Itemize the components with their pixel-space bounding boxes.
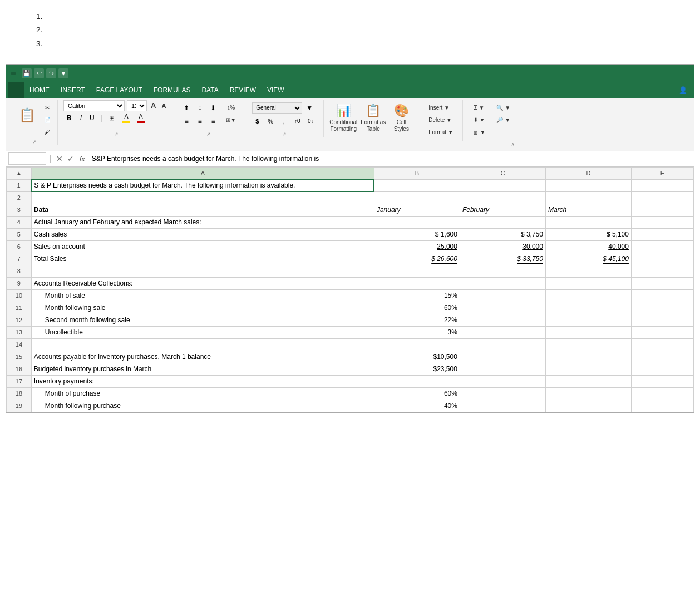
cell[interactable]: 15% <box>374 289 460 302</box>
undo-icon[interactable]: ↩ <box>34 68 44 78</box>
cell-reference-box[interactable] <box>8 152 46 165</box>
cell[interactable] <box>460 314 545 326</box>
cell[interactable] <box>631 289 693 302</box>
cell[interactable]: Month following sale <box>31 302 374 314</box>
conditional-formatting-button[interactable]: 📊 ConditionalFormatting <box>329 103 357 133</box>
cell[interactable] <box>545 400 631 412</box>
fill-color-button[interactable]: A <box>120 112 132 124</box>
cell[interactable] <box>460 326 545 338</box>
menu-home[interactable]: HOME <box>24 82 55 98</box>
cell[interactable] <box>545 387 631 400</box>
cell[interactable] <box>460 387 545 400</box>
cell[interactable] <box>374 216 460 228</box>
cell[interactable]: Accounts Receivable Collections: <box>31 277 374 289</box>
cell[interactable]: $ 26,600 <box>374 253 460 265</box>
cell[interactable] <box>545 314 631 326</box>
cell[interactable] <box>460 338 545 351</box>
cell[interactable] <box>631 204 693 216</box>
minimize-button[interactable] <box>659 67 674 80</box>
col-header-d[interactable]: D <box>545 167 631 179</box>
menu-formulas[interactable]: FORMULAS <box>148 82 196 98</box>
cell[interactable] <box>31 265 374 277</box>
cell[interactable] <box>631 400 693 412</box>
cell[interactable]: $ 3,750 <box>460 228 545 240</box>
decrease-decimal-button[interactable]: 0↓ <box>304 116 317 127</box>
cell[interactable] <box>460 179 545 191</box>
cell[interactable] <box>545 289 631 302</box>
cell[interactable] <box>631 216 693 228</box>
cell[interactable]: $ 5,100 <box>545 228 631 240</box>
wrap-text-button[interactable]: ⤵% <box>224 102 238 114</box>
align-bottom-button[interactable]: ⬇ <box>207 102 219 114</box>
find-select-button[interactable]: 🔎 ▼ <box>494 115 512 126</box>
cell[interactable]: $ 1,600 <box>374 228 460 240</box>
cell[interactable] <box>631 253 693 265</box>
cell[interactable] <box>374 338 460 351</box>
cell[interactable] <box>545 179 631 191</box>
number-expand-icon2[interactable]: ↗ <box>282 131 287 137</box>
cell[interactable]: Data <box>31 204 374 216</box>
cell[interactable] <box>545 265 631 277</box>
cell-styles-button[interactable]: 🎨 CellStyles <box>389 103 413 133</box>
help-button[interactable] <box>628 67 643 80</box>
italic-button[interactable]: I <box>77 113 85 123</box>
cell[interactable] <box>631 351 693 363</box>
align-middle-button[interactable]: ↕ <box>194 102 206 114</box>
cell[interactable] <box>374 191 460 204</box>
cancel-formula-icon[interactable]: ✕ <box>55 154 64 163</box>
currency-button[interactable]: $ <box>251 116 263 127</box>
format-painter-button[interactable]: 🖌 <box>42 127 53 138</box>
paste-button[interactable]: 📋 <box>15 100 40 130</box>
menu-file[interactable] <box>8 82 24 98</box>
alignment-expand-icon[interactable]: ↗ <box>206 131 211 137</box>
cell[interactable]: Month of purchase <box>31 387 374 400</box>
cell[interactable] <box>460 265 545 277</box>
cell[interactable] <box>545 302 631 314</box>
redo-icon[interactable]: ↪ <box>46 68 56 78</box>
cell[interactable] <box>631 265 693 277</box>
menu-review[interactable]: REVIEW <box>224 82 262 98</box>
cell[interactable]: Cash sales <box>31 228 374 240</box>
cell[interactable]: 3% <box>374 326 460 338</box>
align-top-button[interactable]: ⬆ <box>180 102 193 114</box>
cell[interactable] <box>374 277 460 289</box>
cell[interactable] <box>460 289 545 302</box>
formula-input[interactable] <box>90 155 692 163</box>
cell[interactable] <box>545 216 631 228</box>
cell[interactable]: February <box>460 204 545 216</box>
bold-button[interactable]: B <box>63 113 75 123</box>
cell[interactable]: 40,000 <box>545 240 631 253</box>
font-color-button[interactable]: A <box>135 112 147 124</box>
cell[interactable] <box>631 363 693 375</box>
cell[interactable] <box>631 240 693 253</box>
customize-icon[interactable]: ▼ <box>58 68 68 78</box>
copy-button[interactable]: 📄 <box>42 115 53 126</box>
cell[interactable] <box>631 375 693 387</box>
cell[interactable] <box>374 265 460 277</box>
font-grow-button[interactable]: A <box>149 101 157 110</box>
cell[interactable]: 30,000 <box>460 240 545 253</box>
cell[interactable]: Accounts payable for inventory purchases… <box>31 351 374 363</box>
cell[interactable]: March <box>545 204 631 216</box>
number-expand-icon[interactable]: ▼ <box>303 102 316 114</box>
cell[interactable] <box>374 375 460 387</box>
percent-button[interactable]: % <box>264 116 277 127</box>
cell[interactable] <box>374 179 460 191</box>
clipboard-expand-icon[interactable]: ↗ <box>32 139 37 145</box>
cell[interactable] <box>545 363 631 375</box>
cell[interactable] <box>631 302 693 314</box>
number-format-select[interactable]: General <box>252 102 302 114</box>
cell[interactable]: Actual January and February and expected… <box>31 216 374 228</box>
cut-button[interactable]: ✂ <box>42 102 53 114</box>
font-name-select[interactable]: Calibri <box>63 100 125 111</box>
cell[interactable]: 25,000 <box>374 240 460 253</box>
align-center-button[interactable]: ≡ <box>194 116 206 127</box>
cell[interactable]: Month of sale <box>31 289 374 302</box>
cell[interactable]: 40% <box>374 400 460 412</box>
font-size-select[interactable]: 11 <box>127 100 147 111</box>
cell[interactable] <box>460 216 545 228</box>
cell[interactable]: 22% <box>374 314 460 326</box>
sort-filter-button[interactable]: 🔍 ▼ <box>494 102 512 114</box>
cell[interactable]: Inventory payments: <box>31 375 374 387</box>
cell[interactable] <box>545 338 631 351</box>
